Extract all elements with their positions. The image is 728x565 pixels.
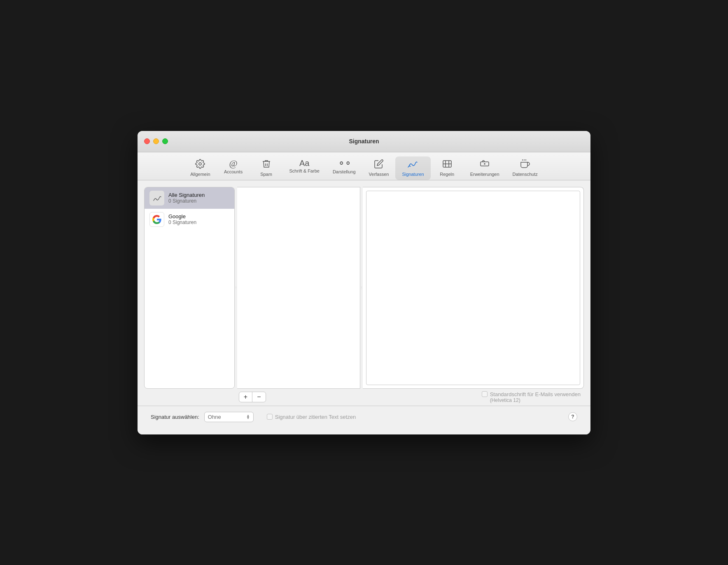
account-item-all[interactable]: Alle Signaturen 0 Signaturen [145,187,234,209]
font-checkbox[interactable] [482,391,488,397]
tab-accounts[interactable]: @ Accounts [217,156,250,180]
at-icon: @ [229,159,237,168]
traffic-lights [144,138,168,144]
svg-point-4 [484,163,485,164]
rules-icon [442,159,452,170]
font-option: Standardschrift für E-Mails verwenden (H… [482,391,581,403]
main-content: Alle Signaturen 0 Signaturen [138,180,590,434]
account-item-google[interactable]: Google 0 Signaturen [145,209,234,230]
panels: Alle Signaturen 0 Signaturen [144,187,584,389]
footer: Signatur auswählen: Ohne ▲ ▼ Signatur üb… [144,406,584,428]
google-account-name: Google [168,213,196,219]
quoted-text-label: Signatur über zitierten Text setzen [275,414,356,420]
toolbar: Allgemein @ Accounts Spam [138,152,590,180]
tab-datenschutz[interactable]: Datenschutz [506,156,544,180]
font-option-label: Standardschrift für E-Mails verwenden [490,391,581,397]
gear-icon [195,159,205,170]
add-remove-buttons: + − [239,392,266,402]
add-signature-button[interactable]: + [239,392,252,402]
tab-erweiterungen-label: Erweiterungen [470,172,499,177]
window-title: Signaturen [349,138,379,145]
tab-accounts-label: Accounts [224,169,243,174]
toolbar-items: Allgemein @ Accounts Spam [184,156,544,180]
tab-allgemein-label: Allgemein [190,172,210,177]
all-signatures-icon [149,191,164,205]
maximize-button[interactable] [162,138,168,144]
tab-schrift[interactable]: Aa Schrift & Farbe [283,156,326,180]
google-account-count: 0 Signaturen [168,219,196,225]
tab-schrift-label: Schrift & Farbe [289,168,320,173]
close-button[interactable] [144,138,150,144]
compose-icon [374,159,384,170]
spam-icon [261,159,271,170]
font-option-sublabel: (Helvetica 12) [490,397,520,403]
remove-signature-button[interactable]: − [252,392,266,402]
tab-spam-label: Spam [260,172,272,177]
tab-erweiterungen[interactable]: Erweiterungen [464,156,506,180]
tab-signaturen[interactable]: Signaturen [395,156,430,180]
tab-regeln[interactable]: Regeln [431,156,464,180]
bottom-bar: + − Standardschrift für E-Mails verwende… [144,389,584,406]
extensions-icon [480,159,490,170]
svg-point-0 [199,163,201,165]
editor-panel [363,187,584,389]
main-window: Signaturen Allgemein @ Accounts [138,131,590,434]
glasses-icon: ⚬⚬ [338,159,351,168]
help-button[interactable]: ? [568,412,577,421]
accounts-panel: Alle Signaturen 0 Signaturen [144,187,235,389]
tab-signaturen-label: Signaturen [402,172,424,177]
all-signatures-info: Alle Signaturen 0 Signaturen [168,192,205,204]
select-arrows-icon: ▲ ▼ [246,414,250,420]
divider-handle-2[interactable]: ⋮ [360,187,363,389]
signature-icon [407,159,419,170]
footer-checkbox-row: Signatur über zitierten Text setzen [267,414,356,420]
tab-spam[interactable]: Spam [250,156,283,180]
signature-editor[interactable] [366,191,580,385]
tab-allgemein[interactable]: Allgemein [184,156,217,180]
titlebar: Signaturen [138,131,590,152]
privacy-icon [520,159,530,170]
tab-darstellung-label: Darstellung [333,169,356,174]
all-signatures-count: 0 Signaturen [168,198,205,204]
quoted-text-checkbox[interactable] [267,414,273,420]
select-signature-label: Signatur auswählen: [151,414,199,420]
google-account-info: Google 0 Signaturen [168,213,196,225]
tab-darstellung[interactable]: ⚬⚬ Darstellung [326,156,362,180]
tab-verfassen[interactable]: Verfassen [362,156,396,180]
tab-verfassen-label: Verfassen [369,172,389,177]
minimize-button[interactable] [153,138,159,144]
font-icon: Aa [299,159,309,167]
tab-datenschutz-label: Datenschutz [513,172,538,177]
google-icon [149,212,164,227]
tab-regeln-label: Regeln [440,172,454,177]
all-signatures-name: Alle Signaturen [168,192,205,198]
signature-select[interactable]: Ohne ▲ ▼ [204,412,254,422]
font-option-row: Standardschrift für E-Mails verwenden [482,391,581,397]
signature-select-value: Ohne [208,414,244,420]
signatures-panel [237,187,360,389]
